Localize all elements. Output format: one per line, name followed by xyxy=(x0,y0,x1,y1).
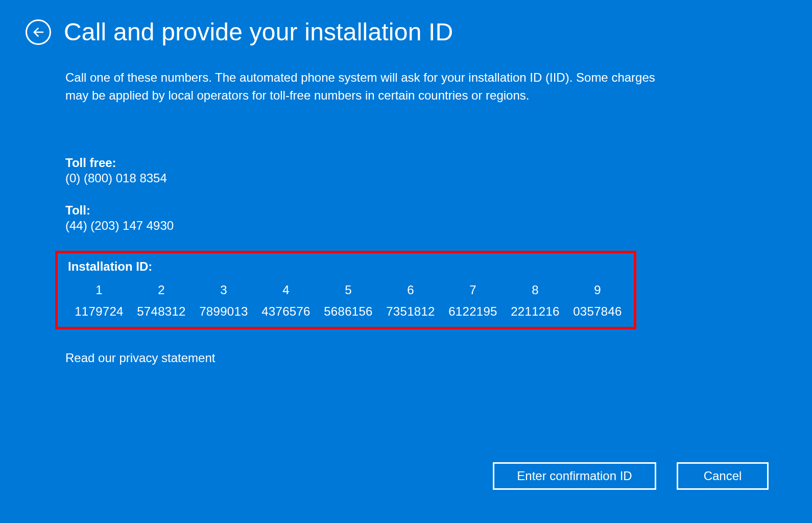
toll-number: (44) (203) 147 4930 xyxy=(65,219,664,233)
privacy-statement-link[interactable]: Read our privacy statement xyxy=(65,351,215,365)
instructions-text: Call one of these numbers. The automated… xyxy=(65,69,664,105)
iid-group: 5 5686156 xyxy=(317,283,379,319)
toll-free-section: Toll free: (0) (800) 018 8354 xyxy=(65,156,664,185)
iid-value: 5748312 xyxy=(130,304,193,319)
iid-group: 7 6122195 xyxy=(442,283,504,319)
iid-value: 2211216 xyxy=(504,304,566,319)
toll-label: Toll: xyxy=(65,203,664,218)
iid-index: 3 xyxy=(193,283,255,297)
iid-value: 7351812 xyxy=(379,304,442,319)
iid-index: 8 xyxy=(504,283,566,297)
toll-section: Toll: (44) (203) 147 4930 xyxy=(65,203,664,233)
installation-id-label: Installation ID: xyxy=(68,259,629,274)
iid-value: 0357846 xyxy=(566,304,629,319)
footer-actions: Enter confirmation ID Cancel xyxy=(493,462,769,490)
iid-group: 4 4376576 xyxy=(255,283,317,319)
arrow-left-icon xyxy=(31,25,46,40)
iid-value: 1179724 xyxy=(68,304,130,319)
iid-group: 2 5748312 xyxy=(130,283,193,319)
iid-value: 7899013 xyxy=(193,304,255,319)
iid-index: 7 xyxy=(442,283,504,297)
iid-index: 9 xyxy=(566,283,629,297)
iid-group: 9 0357846 xyxy=(566,283,629,319)
iid-value: 4376576 xyxy=(255,304,317,319)
cancel-button[interactable]: Cancel xyxy=(677,462,769,490)
enter-confirmation-id-button[interactable]: Enter confirmation ID xyxy=(493,462,656,490)
header: Call and provide your installation ID xyxy=(0,0,812,46)
installation-id-grid: 1 1179724 2 5748312 3 7899013 4 4376576 … xyxy=(68,283,629,319)
content-area: Call one of these numbers. The automated… xyxy=(0,46,664,365)
iid-index: 6 xyxy=(379,283,442,297)
iid-index: 4 xyxy=(255,283,317,297)
iid-value: 5686156 xyxy=(317,304,379,319)
back-button[interactable] xyxy=(26,19,51,45)
iid-group: 3 7899013 xyxy=(193,283,255,319)
installation-id-box: Installation ID: 1 1179724 2 5748312 3 7… xyxy=(55,251,636,329)
iid-group: 6 7351812 xyxy=(379,283,442,319)
iid-group: 8 2211216 xyxy=(504,283,566,319)
iid-index: 5 xyxy=(317,283,379,297)
iid-group: 1 1179724 xyxy=(68,283,130,319)
page-title: Call and provide your installation ID xyxy=(64,18,453,46)
iid-index: 1 xyxy=(68,283,130,297)
iid-value: 6122195 xyxy=(442,304,504,319)
toll-free-number: (0) (800) 018 8354 xyxy=(65,171,664,185)
toll-free-label: Toll free: xyxy=(65,156,664,170)
iid-index: 2 xyxy=(130,283,193,297)
